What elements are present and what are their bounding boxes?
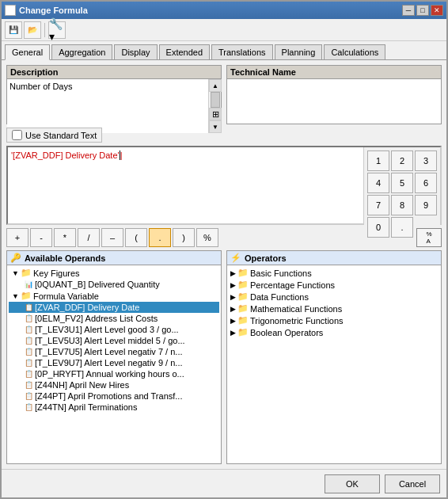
list-item[interactable]: ▶ 📁 Boolean Operators — [229, 326, 439, 338]
item-label: Basic Functions — [250, 269, 312, 278]
num-1-button[interactable]: 1 — [367, 150, 389, 171]
scroll-up-arrow[interactable]: ▲ — [209, 79, 222, 92]
multiply-button[interactable]: * — [54, 228, 76, 247]
checkbox-row: Use Standard Text — [6, 128, 442, 143]
scroll-thumb[interactable] — [211, 92, 220, 108]
operators-tree[interactable]: ▶ 📁 Basic Functions ▶ 📁 Percentage Funct… — [227, 265, 441, 463]
list-item[interactable]: 📋 [ZVAR_DDF] Delivery Date — [9, 302, 219, 313]
window-title: Change Formula — [19, 6, 88, 15]
main-window: ⚙ Change Formula ─ □ ✕ 💾 📂 🔧▾ General Ag… — [0, 0, 448, 499]
tab-display[interactable]: Display — [114, 44, 157, 59]
tab-planning[interactable]: Planning — [275, 44, 323, 59]
tab-aggregation[interactable]: Aggregation — [51, 44, 112, 59]
operands-panel: 🔑 Available Operands ▼ 📁 Key Figures 📊 [… — [6, 250, 222, 464]
tab-translations[interactable]: Translations — [211, 44, 273, 59]
num-6-button[interactable]: 6 — [415, 173, 437, 193]
use-standard-text-label[interactable]: Use Standard Text — [6, 128, 102, 143]
item-label: Percentage Functions — [250, 280, 335, 290]
num-7-button[interactable]: 7 — [367, 195, 389, 215]
maximize-button[interactable]: □ — [416, 5, 429, 16]
bottom-panels: 🔑 Available Operands ▼ 📁 Key Figures 📊 [… — [6, 250, 442, 464]
operands-title-text: Available Operands — [25, 253, 105, 263]
close-paren-button[interactable]: ) — [173, 228, 195, 247]
list-item[interactable]: ▶ 📁 Basic Functions — [229, 267, 439, 279]
list-item[interactable]: ▶ 📁 Data Functions — [229, 291, 439, 303]
item-label: [Z44NH] April New Hires — [35, 380, 129, 390]
list-item[interactable]: 📋 [0P_HRYFT] Annual working hours o... — [9, 368, 219, 379]
list-item[interactable]: 📋 [T_LEV7U5] Alert Level negativ 7 / n..… — [9, 346, 219, 357]
num-5-button[interactable]: 5 — [391, 173, 413, 193]
folder-icon: 📁 — [237, 280, 249, 290]
plus-button[interactable]: + — [6, 228, 28, 247]
divide-button[interactable]: / — [78, 228, 100, 247]
folder-icon: 📁 — [237, 268, 249, 278]
ok-button[interactable]: OK — [325, 474, 380, 493]
operands-tree[interactable]: ▼ 📁 Key Figures 📊 [0QUANT_B] Delivered Q… — [7, 265, 221, 463]
use-standard-text-checkbox[interactable] — [12, 130, 22, 140]
folder-icon: 📁 — [237, 291, 249, 302]
list-item[interactable]: 📋 [T_LEV3U1] Alert Level good 3 / go... — [9, 324, 219, 335]
item-icon: 📋 — [25, 381, 33, 389]
list-item[interactable]: 📋 [Z44PT] April Promotions and Transf... — [9, 390, 219, 402]
formula-display[interactable]: '[ZVAR_DDF] Delivery Date'| — [8, 147, 363, 223]
list-item[interactable]: ▼ 📁 Key Figures — [9, 267, 219, 279]
num-8-button[interactable]: 8 — [391, 195, 413, 215]
dash-button[interactable]: – — [101, 228, 123, 247]
expand-icon: ▼ — [12, 292, 19, 300]
title-bar-left: ⚙ Change Formula — [5, 5, 88, 16]
list-item[interactable]: ▶ 📁 Trigonometric Functions — [229, 314, 439, 326]
close-button[interactable]: ✕ — [431, 5, 443, 16]
description-input[interactable]: Number of Days — [7, 79, 208, 133]
item-icon: 📋 — [25, 303, 33, 311]
technical-panel: Technical Name — [226, 65, 442, 124]
item-label: Boolean Operators — [250, 328, 323, 337]
num-4-button[interactable]: 4 — [367, 173, 389, 193]
minimize-button[interactable]: ─ — [402, 5, 415, 16]
minus-button[interactable]: - — [30, 228, 52, 247]
list-item[interactable]: 📋 [T_LEV5U3] Alert Level middel 5 / go..… — [9, 335, 219, 346]
tab-calculations[interactable]: Calculations — [324, 44, 385, 59]
open-button[interactable]: 📂 — [24, 21, 41, 39]
toolbar-separator — [44, 23, 45, 37]
list-item[interactable]: 📋 [0ELM_FV2] Address List Costs — [9, 313, 219, 324]
tab-general[interactable]: General — [5, 44, 50, 60]
save-button[interactable]: 💾 — [5, 21, 22, 39]
num-2-button[interactable]: 2 — [391, 150, 413, 171]
item-icon: 📋 — [25, 348, 33, 356]
list-item[interactable]: 📋 [T_LEV9U7] Alert Level negativ 9 / n..… — [9, 357, 219, 368]
folder-icon: 📁 — [237, 303, 249, 314]
scroll-area — [209, 92, 221, 108]
num-9-button[interactable]: 9 — [415, 195, 437, 215]
list-item[interactable]: 📋 [Z44NH] April New Hires — [9, 379, 219, 390]
cancel-button[interactable]: Cancel — [385, 474, 440, 493]
open-paren-button[interactable]: ( — [125, 228, 147, 247]
footer: OK Cancel — [2, 469, 446, 497]
item-icon: 📋 — [25, 337, 33, 345]
operands-icon: 🔑 — [10, 253, 21, 263]
special-label: %A — [426, 230, 431, 245]
item-label: [T_LEV5U3] Alert Level middel 5 / go... — [35, 336, 185, 345]
expand-icon: ▶ — [230, 305, 236, 313]
num-3-button[interactable]: 3 — [415, 150, 437, 171]
tab-extended[interactable]: Extended — [159, 44, 210, 59]
item-label: Trigonometric Functions — [250, 316, 344, 326]
item-label: [Z44TN] April Terminations — [35, 402, 137, 412]
dot-button[interactable]: . — [149, 228, 171, 247]
main-content: Description Number of Days ▲ ⊞ ▼ Technic… — [2, 60, 446, 469]
percent-button[interactable]: % — [196, 228, 218, 247]
item-icon: 📋 — [25, 392, 33, 400]
list-item[interactable]: ▶ 📁 Mathematical Functions — [229, 303, 439, 314]
formula-text: '[ZVAR_DDF] Delivery Date' — [11, 150, 120, 160]
list-item[interactable]: 📊 [0QUANT_B] Delivered Quantity — [9, 279, 219, 290]
technical-name-input[interactable] — [230, 82, 439, 97]
special-button[interactable]: %A — [416, 228, 442, 247]
icon-btn[interactable]: ⊞ — [209, 108, 222, 120]
folder-icon: 📁 — [21, 291, 32, 301]
list-item[interactable]: 📋 [Z44TN] April Terminations — [9, 402, 219, 413]
checkbox-text: Use Standard Text — [25, 131, 97, 140]
list-item[interactable]: ▶ 📁 Percentage Functions — [229, 279, 439, 291]
settings-button[interactable]: 🔧▾ — [48, 21, 66, 39]
list-item[interactable]: ▼ 📁 Formula Variable — [9, 290, 219, 302]
operator-row: + - * / – ( . ) % %A — [6, 228, 442, 247]
item-label: Formula Variable — [33, 291, 99, 301]
